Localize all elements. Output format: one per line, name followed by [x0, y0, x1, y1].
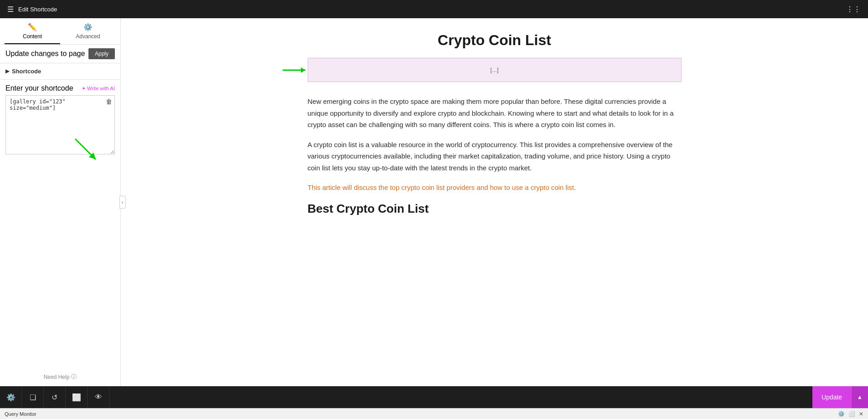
shortcode-placeholder-wrapper: [...]: [308, 58, 682, 82]
update-button[interactable]: Update: [812, 386, 851, 408]
collapse-handle[interactable]: ‹: [119, 196, 126, 209]
qm-close-icon[interactable]: ✕: [859, 411, 863, 417]
bottom-history-icon[interactable]: ↺: [44, 386, 66, 408]
bottom-preview-icon[interactable]: ⬜: [66, 386, 88, 408]
content-tab-label: Content: [23, 33, 42, 40]
update-changes-label: Update changes to page: [5, 50, 85, 58]
shortcode-placeholder: [...]: [308, 58, 682, 82]
top-bar: ☰ Edit Shortcode ⋮⋮: [0, 0, 868, 18]
shortcode-section-title: Shortcode: [12, 68, 41, 75]
qm-settings-icon[interactable]: ⚙️: [838, 411, 845, 417]
update-changes-row: Update changes to page Apply: [0, 45, 120, 63]
shortcode-section-header[interactable]: ▶ Shortcode: [0, 63, 120, 80]
paragraph-2: A crypto coin list is a valuable resourc…: [308, 139, 682, 174]
shortcode-label: Enter your shortcode: [5, 84, 73, 92]
shortcode-textarea-wrapper: 🗑: [5, 95, 115, 156]
sidebar: ✏️ Content ⚙️ Advanced Update changes to…: [0, 18, 121, 386]
grid-icon[interactable]: ⋮⋮: [846, 5, 861, 14]
bottom-eye-icon[interactable]: 👁: [88, 386, 109, 408]
page-content: Crypto Coin List [...] New emerging coin…: [289, 18, 700, 234]
need-help[interactable]: Need Help ⓘ: [0, 368, 120, 386]
bottom-settings-icon[interactable]: ⚙️: [0, 386, 22, 408]
bottom-layers-icon[interactable]: ❏: [22, 386, 44, 408]
qm-icons: ⚙️ ⬜ ✕: [838, 411, 863, 417]
help-icon: ⓘ: [71, 373, 77, 381]
paragraph-1: New emerging coins in the crypto space a…: [308, 96, 682, 131]
advanced-tab-label: Advanced: [76, 33, 100, 40]
page-title: Crypto Coin List: [308, 32, 682, 49]
qm-expand-icon[interactable]: ⬜: [848, 411, 855, 417]
tab-advanced[interactable]: ⚙️ Advanced: [60, 18, 116, 44]
delete-icon[interactable]: 🗑: [106, 98, 112, 105]
paragraph-3: This article will discuss the top crypto…: [308, 182, 682, 194]
bottom-icons: ⚙️ ❏ ↺ ⬜ 👁: [0, 386, 109, 408]
shortcode-placeholder-text: [...]: [490, 66, 498, 73]
update-section: Update ▲: [812, 386, 868, 408]
shortcode-textarea[interactable]: [5, 95, 115, 154]
write-ai-button[interactable]: ✦ Write with AI: [82, 86, 115, 92]
query-monitor-label: Query Monitor: [5, 411, 36, 417]
chevron-icon: ▶: [5, 68, 9, 74]
advanced-tab-icon: ⚙️: [83, 23, 93, 31]
green-arrow-content: [283, 63, 310, 77]
svg-marker-3: [301, 67, 305, 73]
tab-content[interactable]: ✏️ Content: [5, 18, 60, 44]
update-arrow-button[interactable]: ▲: [851, 386, 868, 408]
topbar-title: Edit Shortcode: [18, 6, 57, 13]
shortcode-body: Enter your shortcode ✦ Write with AI 🗑: [0, 80, 120, 161]
sidebar-tabs: ✏️ Content ⚙️ Advanced: [0, 18, 120, 45]
bottom-bar: ⚙️ ❏ ↺ ⬜ 👁 Update ▲: [0, 386, 868, 408]
query-monitor: Query Monitor ⚙️ ⬜ ✕: [0, 408, 868, 419]
section-heading: Best Crypto Coin List: [308, 202, 682, 216]
need-help-label: Need Help: [44, 374, 70, 380]
apply-button[interactable]: Apply: [88, 48, 115, 59]
content-tab-icon: ✏️: [28, 23, 37, 31]
content-area: Crypto Coin List [...] New emerging coin…: [121, 18, 868, 386]
hamburger-icon[interactable]: ☰: [7, 5, 14, 14]
